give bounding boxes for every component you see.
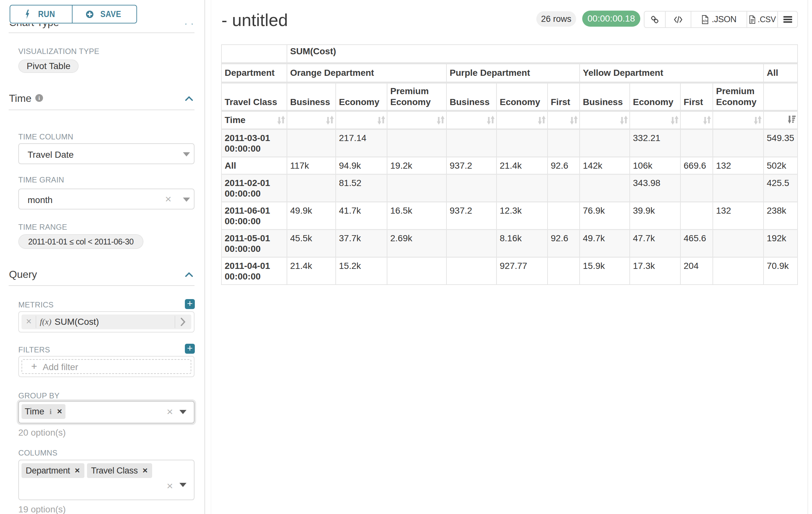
- svg-text:i: i: [38, 95, 40, 101]
- svg-text:</>: </>: [703, 19, 708, 23]
